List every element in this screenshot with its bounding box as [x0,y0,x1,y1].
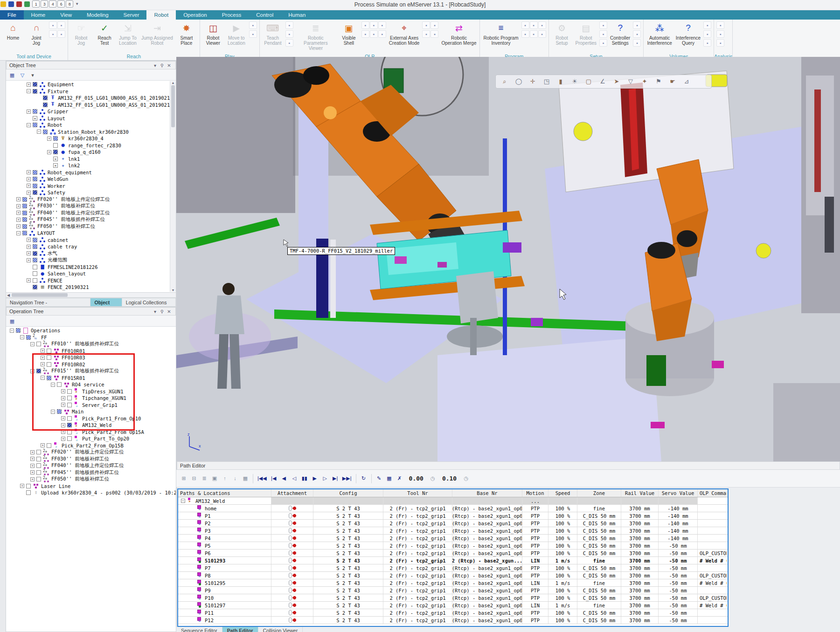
home-button[interactable]: ⌂Home [1,21,25,53]
move-up-icon[interactable]: ↑ [220,474,229,484]
path-row[interactable]: P12S 2 T 432 (Fr) - tcp2_grip12 (Rtcp) -… [178,617,728,624]
object-tree-item[interactable]: ✕lnk1 [6,156,170,163]
prev-segment-icon[interactable]: |◀ [269,474,278,484]
column-header[interactable]: Zone [577,489,621,497]
expander-icon[interactable]: − [181,499,185,503]
program-new-icon[interactable]: ▪ [521,30,529,38]
object-tree-item[interactable]: +Worker [6,183,170,190]
expander-icon[interactable]: + [27,278,31,282]
visibility-checkbox[interactable] [36,470,41,475]
visibility-checkbox[interactable] [67,396,72,400]
expander-icon[interactable]: + [16,218,21,222]
remove-location-icon[interactable]: ⊟ [189,474,199,484]
object-tree-item[interactable]: −Station_Robot_kr360r2830 [6,129,170,136]
operation-tree-item[interactable]: +Pick_Part2_From Op15A [6,429,176,436]
object-tree-item[interactable]: +Gripper [6,108,170,115]
close-icon[interactable]: ✕ [166,63,173,68]
visibility-checkbox[interactable] [57,382,62,387]
path-row[interactable]: P2S 2 T 432 (Fr) - tcp2_grip12 (Rtcp) - … [178,520,728,527]
operation-tree-item[interactable]: +FF020'' 前地板上件定位焊工位 [6,449,176,456]
object-tree-item[interactable]: FENCE_20190321 [6,284,170,291]
operation-tree-item[interactable]: +Server_Grip1 [6,402,176,409]
visibility-checkbox[interactable] [47,376,51,380]
visibility-checkbox[interactable] [53,150,58,154]
visibility-checkbox[interactable] [33,190,37,195]
visibility-checkbox[interactable] [33,184,37,188]
expander-icon[interactable]: + [16,224,21,228]
caliper-icon[interactable]: ▪ [633,39,641,47]
expander-icon[interactable]: + [27,177,31,181]
object-tree-item[interactable]: −LAYOUT [6,230,170,237]
ribbon-tab-process[interactable]: Process [215,10,249,20]
operation-tree-item[interactable]: −FF015R01 [6,375,176,382]
column-header[interactable]: Motion [522,489,548,497]
operation-tree-item[interactable]: +FF010R01 [6,348,176,355]
visibility-checkbox[interactable] [26,490,31,495]
pan-center-icon[interactable]: ✛ [527,76,539,87]
loop-icon[interactable]: ↻ [359,474,368,484]
robot-viewer-button[interactable]: ◫Robot Viewer [201,21,225,53]
column-header[interactable]: Rail Value [621,489,659,497]
visibility-checkbox[interactable]: ✕ [53,157,58,161]
path-row[interactable]: P3S 2 T 432 (Fr) - tcp2_grip12 (Rtcp) - … [178,527,728,535]
object-tree-item[interactable]: +光栅范围 [6,257,170,264]
expander-icon[interactable]: − [27,89,31,93]
object-tree-vertical-scrollbar[interactable]: ▲ ▼ [170,81,176,292]
visibility-checkbox[interactable] [33,89,37,94]
operation-tree-item[interactable]: −Operations [6,327,176,334]
ribbon-tab-home[interactable]: Home [24,10,53,20]
select-cursor-icon[interactable]: ➤ [611,76,623,87]
expander-icon[interactable]: + [30,464,35,468]
expander-icon[interactable]: + [27,238,31,242]
record-list-icon[interactable]: ≣ [200,474,209,484]
time-table-icon[interactable]: ▪ [716,30,724,38]
expander-icon[interactable]: − [30,342,35,346]
robotic-program-inventory-button[interactable]: ≡Robotic Program Inventory [481,21,520,53]
expander-icon[interactable]: + [61,403,65,407]
arc-icon[interactable]: ▪ [378,30,386,38]
swept-robot-icon[interactable]: ▪ [703,30,711,38]
visibility-checkbox[interactable] [36,450,41,454]
path-row[interactable]: P1S 2 T 432 (Fr) - tcp2_grip12 (Rtcp) - … [178,512,728,520]
expander-icon[interactable]: + [61,396,65,400]
visibility-checkbox[interactable] [33,109,37,114]
volume-arc-icon[interactable]: ▪ [703,39,711,47]
visibility-checkbox[interactable] [33,251,37,256]
expander-icon[interactable]: + [16,204,21,208]
pin-icon[interactable]: ⚲ [159,63,166,68]
dock-tab-object-tree[interactable]: Object Tree [90,298,122,306]
visibility-checkbox[interactable] [22,211,27,215]
jog-wheel-icon[interactable]: ▪ [57,21,65,29]
operation-tree-item[interactable]: +FF010R02 [6,361,176,368]
table-edit-icon[interactable]: ▦ [385,474,394,484]
clock-gear-icon[interactable]: ▪ [599,21,607,29]
visibility-checkbox[interactable] [33,265,37,269]
object-tree-item[interactable]: +FENCE [6,277,170,284]
jump-end-icon[interactable]: ▶▶| [341,474,353,484]
scroll-up-icon[interactable]: ▲ [170,81,176,84]
joint-jog-button[interactable]: ∩Joint Jog [25,21,48,53]
visibility-checkbox[interactable] [43,103,48,107]
ribbon-tab-view[interactable]: View [53,10,79,20]
zoom-in-icon[interactable]: ⌕ [499,76,511,87]
visibility-checkbox[interactable] [33,258,37,262]
clear-filter-icon[interactable]: ✗ [395,474,404,484]
visibility-checkbox[interactable] [33,244,37,249]
column-header[interactable]: Paths & Locations [178,489,271,497]
visibility-checkbox[interactable] [36,369,41,373]
operation-tree-item[interactable]: +FF050'' 前地板补焊工位 [6,476,176,483]
torch-up-icon[interactable]: ▪ [361,21,369,29]
editor-tab-collision-viewer[interactable]: Collision Viewer [258,627,303,632]
object-tree-item[interactable]: +WeldGun [6,176,170,183]
object-tree-horizontal-scrollbar[interactable]: ◀ [6,292,176,298]
torch-dot-icon[interactable]: ▪ [716,39,724,47]
program-build-icon[interactable]: ▪ [530,30,538,38]
operation-tree-item[interactable]: +FF045'' 前地板抓件补焊工位 [6,469,176,476]
external-axes-creation-mode-button[interactable]: ⌖External Axes Creation Mode [387,21,422,53]
column-header[interactable]: Config [313,489,383,497]
column-header[interactable]: Base Nr [452,489,522,497]
object-tree-item[interactable]: +Robot_equipment [6,169,170,176]
robot-paste-icon[interactable]: ▪ [285,21,293,29]
expander-icon[interactable]: + [47,150,51,154]
visibility-checkbox[interactable] [53,143,58,148]
